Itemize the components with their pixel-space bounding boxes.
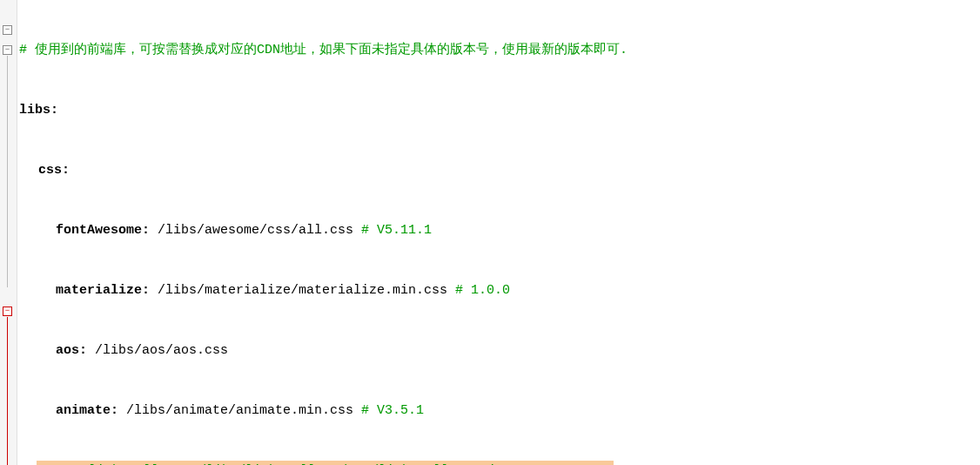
code-area[interactable]: # 使用到的前端库，可按需替换成对应的CDN地址，如果下面未指定具体的版本号，使… bbox=[17, 0, 980, 465]
fold-marker-css[interactable] bbox=[3, 45, 12, 55]
fold-gutter bbox=[0, 0, 17, 465]
key-animate: animate: bbox=[56, 403, 118, 418]
comment-materialize-css: # 1.0.0 bbox=[455, 283, 510, 298]
key-aos-css: aos: bbox=[56, 343, 87, 358]
fold-marker-js[interactable] bbox=[3, 307, 12, 316]
key-fontawesome: fontAwesome: bbox=[56, 223, 150, 238]
val-aos-css: /libs/aos/aos.css bbox=[87, 343, 228, 358]
comment-header: # 使用到的前端库，可按需替换成对应的CDN地址，如果下面未指定具体的版本号，使… bbox=[19, 43, 628, 57]
val-animate: /libs/animate/animate.min.css bbox=[118, 403, 361, 418]
comment-fontawesome: # V5.11.1 bbox=[361, 223, 432, 238]
key-libs: libs: bbox=[19, 103, 58, 118]
key-css: css: bbox=[38, 163, 70, 178]
highlighted-line-lightgallery-css: # lightgallery: /libs/lightGallery/css/l… bbox=[19, 461, 980, 465]
val-materialize-css: /libs/materialize/materialize.min.css bbox=[150, 283, 455, 298]
fold-marker-libs[interactable] bbox=[3, 25, 12, 35]
comment-animate: # V3.5.1 bbox=[361, 403, 424, 418]
val-fontawesome: /libs/awesome/css/all.css bbox=[150, 223, 361, 238]
key-materialize-css: materialize: bbox=[56, 283, 150, 298]
